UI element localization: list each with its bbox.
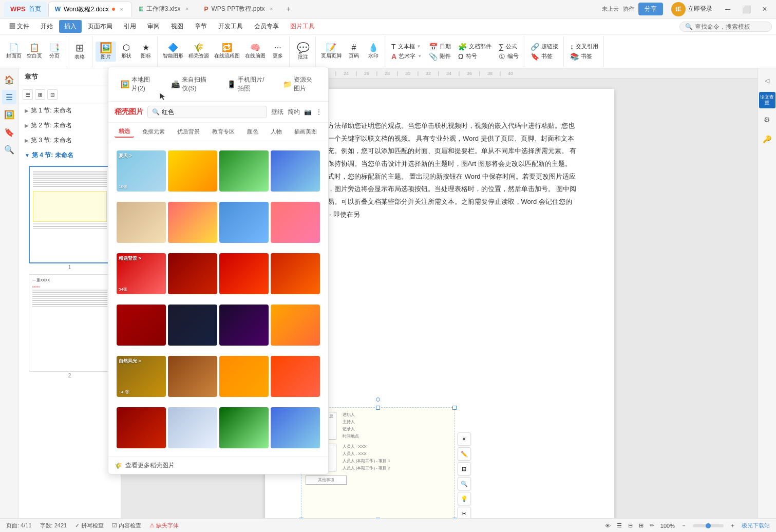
diagram-zoom-btn[interactable]: 🔍 bbox=[458, 477, 471, 490]
toolbar-more-btn[interactable]: ··· 更多 bbox=[269, 43, 287, 60]
login-area[interactable]: tE 立即登录 bbox=[667, 1, 716, 18]
menu-start[interactable]: 开始 bbox=[35, 20, 58, 33]
menu-view[interactable]: 视图 bbox=[166, 20, 188, 33]
sidebar-icon-image[interactable]: 🖼️ bbox=[2, 107, 16, 122]
selection-handle-tm[interactable] bbox=[376, 406, 380, 410]
img-cell-r2-1[interactable] bbox=[117, 202, 166, 243]
toolbar-shape-btn[interactable]: ⬡ 形状 bbox=[117, 43, 136, 60]
picker-tab-scanner[interactable]: 📠 来自扫描仪(S) bbox=[165, 72, 217, 96]
img-cell-nat-1[interactable]: 自然风光 > 143张 bbox=[117, 356, 166, 397]
toolbar-arttext-btn[interactable]: A 艺术字 ▼ bbox=[388, 52, 425, 61]
tab-ppt-close[interactable]: × bbox=[268, 6, 275, 13]
close-button[interactable]: × bbox=[758, 2, 772, 16]
toolbar-flowchart-btn[interactable]: 🔁 在线流程图 bbox=[212, 43, 242, 60]
img-cell-r6-3[interactable] bbox=[219, 407, 269, 448]
minimize-button[interactable]: ─ bbox=[721, 2, 735, 16]
status-contentcheck[interactable]: ☑ 内容检查 bbox=[112, 522, 141, 529]
menu-review[interactable]: 审阅 bbox=[142, 20, 165, 33]
diagram-light-btn[interactable]: 💡 bbox=[458, 492, 471, 505]
status-zoom-in[interactable]: ＋ bbox=[730, 522, 735, 529]
toolbar-textbox-btn[interactable]: T 文本框 ▼ bbox=[388, 42, 425, 51]
toolbar-daokeresource-btn[interactable]: 🌾 稻壳资源 bbox=[186, 43, 211, 60]
img-cell-summer-4[interactable] bbox=[271, 150, 320, 192]
menu-insert[interactable]: 插入 bbox=[59, 20, 82, 33]
picker-tab-resource[interactable]: 📁 资源夹图片 bbox=[277, 72, 322, 96]
tab-excel[interactable]: E 工作簿3.xlsx × bbox=[133, 2, 197, 17]
tag-wallpaper[interactable]: 壁纸 bbox=[271, 108, 283, 117]
more-options-icon[interactable]: ⋮ bbox=[316, 108, 322, 116]
filter-free[interactable]: 免费▶ bbox=[325, 126, 328, 137]
img-cell-r4-3[interactable] bbox=[219, 305, 269, 346]
filter-bg[interactable]: 优质背景 bbox=[173, 126, 204, 137]
toolbar-table-btn[interactable]: ⊞ 表格 bbox=[69, 42, 90, 62]
sidebar-icon-bookmark[interactable]: 🔖 bbox=[2, 125, 16, 139]
img-cell-r4-4[interactable] bbox=[271, 305, 320, 346]
share-button[interactable]: 分享 bbox=[638, 3, 663, 15]
selection-handle-tr[interactable] bbox=[452, 406, 457, 410]
img-cell-r6-4[interactable] bbox=[271, 407, 320, 448]
filter-illus[interactable]: 插画美图 bbox=[290, 126, 321, 137]
toolbar-bookmark-btn[interactable]: 🔖 书签 bbox=[527, 52, 561, 61]
page-thumb-2[interactable]: 一 重XXXX xxxxx 2 bbox=[29, 274, 111, 379]
diagram-close-btn[interactable]: × bbox=[458, 432, 471, 446]
img-cell-nat-4[interactable] bbox=[271, 356, 320, 397]
tab-word[interactable]: W Word教程2.docx × bbox=[48, 2, 132, 17]
image-picker-footer[interactable]: 🌾 查看更多稻壳图片 bbox=[108, 457, 328, 474]
toolbar-formula-btn[interactable]: ∑ 公式 bbox=[496, 42, 522, 51]
restore-button[interactable]: ⬜ bbox=[739, 2, 753, 16]
picker-tab-local[interactable]: 🖼️ 本地图片(2) bbox=[115, 72, 161, 96]
img-cell-nat-3[interactable] bbox=[219, 356, 269, 397]
nav-item-section4[interactable]: ▼ 第 4 节: 未命名 bbox=[18, 148, 121, 163]
menu-reference[interactable]: 引用 bbox=[119, 20, 141, 33]
right-icon-extra[interactable]: ⚙ bbox=[759, 111, 775, 128]
toolbar-smartshape-btn[interactable]: 🔷 智能图形 bbox=[161, 43, 185, 60]
sidebar-icon-home[interactable]: 🏠 bbox=[2, 72, 16, 87]
menu-image-tools[interactable]: 图片工具 bbox=[285, 20, 320, 33]
selection-handle-bm[interactable] bbox=[376, 518, 380, 518]
toolbar-docpart-btn[interactable]: 🧩 文档部件 bbox=[455, 42, 495, 51]
img-cell-r2-3[interactable] bbox=[219, 202, 269, 243]
tab-add-button[interactable]: + bbox=[282, 3, 295, 15]
img-cell-summer-3[interactable] bbox=[219, 150, 269, 192]
right-icon-paper-check[interactable]: 论文查重 bbox=[759, 92, 775, 108]
img-cell-summer-2[interactable] bbox=[168, 150, 217, 192]
toolbar-numbering-btn[interactable]: ① 编号 bbox=[496, 52, 522, 61]
img-cell-summer-1[interactable]: 夏天 > 16张 bbox=[117, 150, 166, 192]
zoom-slider[interactable] bbox=[693, 524, 724, 527]
toolbar-symbol-btn[interactable]: Ω 符号 bbox=[455, 52, 495, 61]
toolbar-bookmark2-btn[interactable]: 📚 书签 bbox=[567, 52, 601, 61]
rotation-handle[interactable] bbox=[376, 397, 380, 402]
cloud-status[interactable]: 未上云 bbox=[602, 5, 619, 13]
nav-view-btn-3[interactable]: ⊡ bbox=[47, 89, 58, 100]
nav-view-btn-1[interactable]: ☰ bbox=[23, 89, 33, 100]
filter-edu[interactable]: 教育专区 bbox=[208, 126, 239, 137]
img-cell-feat-4[interactable] bbox=[271, 253, 320, 294]
diagram-layout-btn[interactable]: ⊞ bbox=[458, 462, 471, 476]
toolbar-date-btn[interactable]: 📅 日期 bbox=[426, 42, 454, 51]
menu-devtools[interactable]: 开发工具 bbox=[213, 20, 248, 33]
tag-simple[interactable]: 简约 bbox=[288, 108, 300, 117]
ribbon-search-box[interactable]: 🔍 bbox=[679, 22, 772, 32]
toolbar-pageno-btn[interactable]: # 页码 bbox=[345, 43, 363, 60]
selection-handle-bl[interactable] bbox=[299, 518, 304, 518]
zoom-slider-thumb[interactable] bbox=[706, 523, 711, 528]
filter-featured[interactable]: 精选 bbox=[115, 126, 134, 138]
page-thumb-1[interactable]: 1 bbox=[29, 166, 111, 271]
img-cell-r6-1[interactable] bbox=[117, 407, 166, 448]
tab-ppt[interactable]: P WPS PPT教程.pptx × bbox=[198, 2, 281, 17]
img-cell-r6-2[interactable] bbox=[168, 407, 217, 448]
menu-chapter[interactable]: 章节 bbox=[190, 20, 212, 33]
tab-excel-close[interactable]: × bbox=[183, 6, 191, 13]
nav-item-section2[interactable]: ▶ 第 2 节: 未命名 bbox=[18, 118, 121, 133]
img-cell-r4-1[interactable] bbox=[117, 305, 166, 346]
status-spellcheck[interactable]: ✓ 拼写检查 bbox=[75, 522, 104, 529]
filter-cutout[interactable]: 免抠元素 bbox=[138, 126, 169, 137]
toolbar-hyperlink-btn[interactable]: 🔗 超链接 bbox=[527, 42, 561, 51]
toolbar-cover-btn[interactable]: 📄 封面页 bbox=[4, 43, 24, 60]
img-cell-feat-3[interactable] bbox=[219, 253, 269, 294]
toolbar-image-btn[interactable]: 🖼️ 图片 bbox=[96, 42, 116, 62]
status-missingfont[interactable]: ⚠ 缺失字体 bbox=[149, 522, 179, 529]
toolbar-blank-btn[interactable]: 📋 空白页 bbox=[25, 43, 44, 60]
menu-file[interactable]: ☰ 文件 bbox=[4, 20, 34, 33]
right-icon-collapse[interactable]: ◁ bbox=[759, 72, 775, 89]
